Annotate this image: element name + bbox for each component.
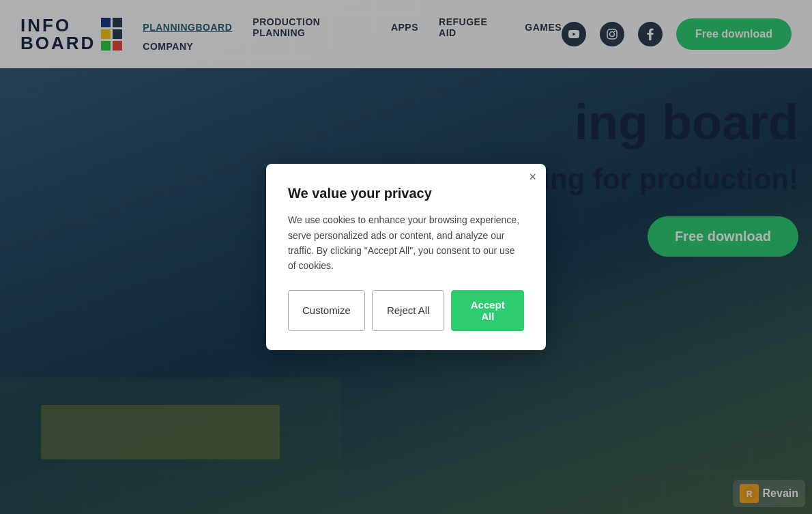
cookie-modal: × We value your privacy We use cookies t… xyxy=(266,164,546,350)
cookie-modal-overlay: × We value your privacy We use cookies t… xyxy=(0,0,812,514)
cookie-modal-buttons: Customize Reject All Accept All xyxy=(288,290,524,331)
customize-button[interactable]: Customize xyxy=(288,290,365,331)
cookie-modal-title: We value your privacy xyxy=(288,186,524,201)
modal-close-button[interactable]: × xyxy=(529,171,536,183)
reject-all-button[interactable]: Reject All xyxy=(372,290,445,331)
accept-all-button[interactable]: Accept All xyxy=(451,290,524,331)
cookie-modal-body: We use cookies to enhance your browsing … xyxy=(288,212,524,274)
